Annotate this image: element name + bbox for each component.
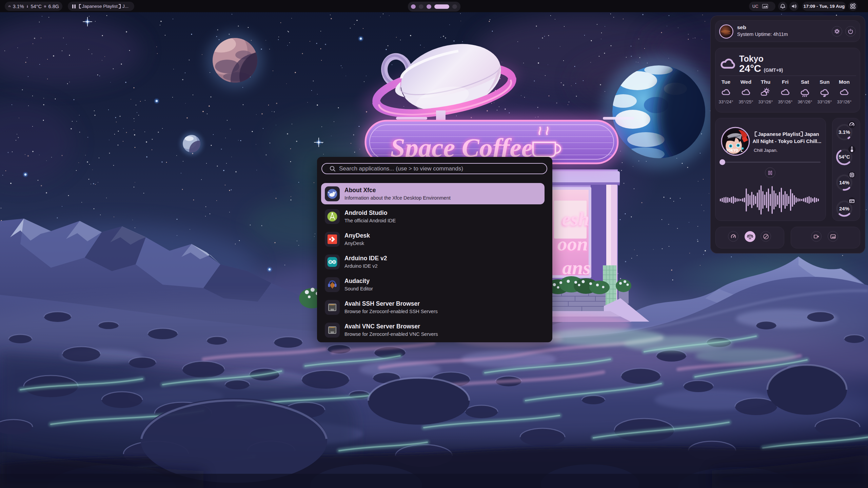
svg-text:24%: 24% — [839, 206, 849, 211]
svg-text:oon: oon — [557, 233, 588, 255]
svg-text:14%: 14% — [839, 180, 849, 185]
svg-text:3.1%: 3.1% — [839, 129, 850, 135]
svg-text:esh: esh — [562, 208, 589, 230]
svg-text:ans: ans — [562, 257, 591, 279]
svg-text:54°C: 54°C — [839, 154, 850, 160]
